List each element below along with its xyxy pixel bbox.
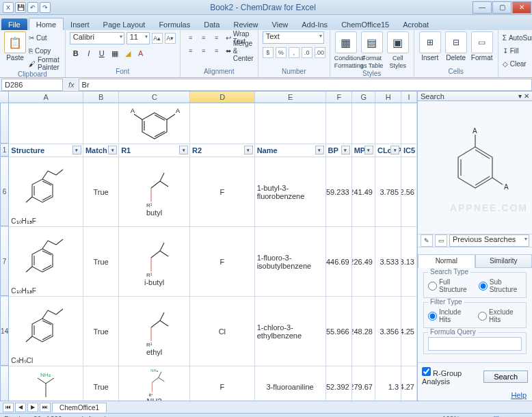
select-all-corner[interactable] <box>0 92 9 103</box>
comma-icon[interactable]: , <box>289 47 300 58</box>
hdr-r1[interactable]: R1▾ <box>119 144 190 157</box>
filter-dropdown-icon[interactable]: ▾ <box>72 146 81 154</box>
tab-addins[interactable]: Add-Ins <box>295 18 334 30</box>
bold-button[interactable]: B <box>70 47 82 59</box>
tab-chemoffice[interactable]: ChemOffice15 <box>334 18 396 30</box>
restore-button[interactable]: ▢ <box>492 1 511 14</box>
col-c[interactable]: C <box>119 92 190 103</box>
format-button[interactable]: ▭Format <box>470 31 494 62</box>
cell-bp[interactable]: 459.233 <box>326 157 352 226</box>
grow-font-icon[interactable]: A▴ <box>152 33 163 44</box>
cell[interactable] <box>9 103 83 144</box>
percent-icon[interactable]: % <box>276 47 287 58</box>
undo-icon[interactable]: ↶ <box>27 2 38 13</box>
formula-query-input[interactable] <box>428 337 522 351</box>
search-button[interactable]: Search <box>483 371 528 383</box>
fx-icon[interactable]: fx <box>64 81 79 89</box>
cell-bp[interactable]: 452.392 <box>326 366 352 401</box>
tab-similarity[interactable]: Similarity <box>475 254 533 268</box>
cell-r1[interactable]: R¹ethyl <box>119 297 190 366</box>
tool-icon[interactable]: ✎ <box>421 234 433 247</box>
radio-full-structure[interactable]: Full Structure <box>428 278 470 293</box>
cell[interactable] <box>352 103 375 144</box>
col-f[interactable]: F <box>326 92 352 103</box>
minimize-button[interactable]: — <box>473 1 492 14</box>
paste-button[interactable]: 📋Paste <box>4 31 26 62</box>
cell-mp[interactable]: 248.28 <box>352 297 375 366</box>
merge-button[interactable]: ⬌Merge & Center <box>226 44 254 57</box>
rgroup-checkbox[interactable]: R-Group Analysis <box>422 367 478 386</box>
sheet-nav-next[interactable]: ▶ <box>27 403 38 412</box>
row-header[interactable] <box>0 366 9 401</box>
tab-normal[interactable]: Normal <box>418 254 475 268</box>
cell-r2[interactable]: Cl <box>190 297 255 366</box>
cell-structure[interactable]: C₁₀H₁₃F <box>9 227 83 296</box>
cell[interactable] <box>83 103 119 144</box>
filter-dropdown-icon[interactable]: ▾ <box>244 146 253 154</box>
cell-r2[interactable]: F <box>190 366 255 401</box>
chevron-down-icon[interactable]: ▾ ✕ <box>518 92 529 100</box>
cond-format-button[interactable]: ▦Conditional Formatting <box>334 31 358 69</box>
redo-icon[interactable]: ↷ <box>40 2 51 13</box>
cell-clogp[interactable]: 3.533 <box>375 227 401 296</box>
filter-dropdown-icon[interactable]: ▾ <box>341 146 350 154</box>
hdr-bp[interactable]: BP▾ <box>326 144 352 157</box>
close-button[interactable]: ✕ <box>512 1 531 14</box>
font-name-select[interactable]: Calibri <box>70 32 124 44</box>
sheet-nav-prev[interactable]: ◀ <box>15 403 26 412</box>
filter-dropdown-icon[interactable]: ▾ <box>315 146 324 154</box>
row-header[interactable]: 14 <box>0 297 9 366</box>
filter-dropdown-icon[interactable]: ▾ <box>390 146 399 154</box>
number-format-select[interactable]: Text <box>263 31 324 44</box>
copy-button[interactable]: ⎘Copy <box>29 44 61 57</box>
clear-button[interactable]: ◇Clear <box>503 57 532 70</box>
cell-bp[interactable]: 446.69 <box>326 227 352 296</box>
delete-button[interactable]: ⊟Delete <box>444 31 468 62</box>
tab-formulas[interactable]: Formulas <box>152 18 197 30</box>
previous-searches-select[interactable]: Previous Searches <box>449 234 529 247</box>
insert-button[interactable]: ⊞Insert <box>418 31 442 62</box>
tab-insert[interactable]: Insert <box>64 18 96 30</box>
filter-dropdown-icon[interactable]: ▾ <box>108 146 117 154</box>
cell-r1[interactable]: R¹i-butyl <box>119 227 190 296</box>
row-header[interactable] <box>0 103 9 144</box>
cell[interactable] <box>255 103 326 144</box>
sheet-tab[interactable]: ChemOffice1 <box>52 403 107 412</box>
formula-input[interactable]: Br <box>79 79 532 91</box>
hdr-name[interactable]: Name▾ <box>255 144 326 157</box>
cell-clogp[interactable]: 3.356 <box>375 297 401 366</box>
hdr-ic[interactable]: IC5 <box>401 144 417 157</box>
tab-view[interactable]: View <box>265 18 295 30</box>
italic-button[interactable]: I <box>83 47 95 59</box>
col-d[interactable]: D <box>190 92 255 103</box>
col-i[interactable]: I <box>401 92 417 103</box>
hdr-r2[interactable]: R2▾ <box>190 144 255 157</box>
cell-mp[interactable]: 226.49 <box>352 227 375 296</box>
radio-exclude-hits[interactable]: Exclude Hits <box>478 308 522 323</box>
cell-bp[interactable]: 455.966 <box>326 297 352 366</box>
cell-name[interactable]: 1-chloro-3-ethylbenzene <box>255 297 326 366</box>
cell-structure[interactable]: C₈H₉Cl <box>9 297 83 366</box>
name-box[interactable]: D286 <box>1 79 63 91</box>
cell-styles-button[interactable]: ▣Cell Styles <box>386 31 410 69</box>
hdr-structure[interactable]: Structure▾ <box>9 144 83 157</box>
tab-file[interactable]: File <box>1 18 27 30</box>
cell-structure[interactable]: NH₂ <box>9 366 83 401</box>
align-buttons[interactable]: ≡≡≡≡≡≡ <box>185 31 223 57</box>
hdr-mp[interactable]: MP▾ <box>352 144 375 157</box>
cell-r1[interactable]: R¹butyl <box>119 157 190 226</box>
border-button[interactable]: ▦ <box>109 47 121 59</box>
dec-dec-icon[interactable]: .00 <box>315 47 325 58</box>
fill-button[interactable]: ↧Fill <box>503 44 532 57</box>
sheet-nav-last[interactable]: ⏭ <box>40 403 51 412</box>
tab-page-layout[interactable]: Page Layout <box>96 18 152 30</box>
cut-button[interactable]: ✂Cut <box>29 31 61 44</box>
filter-dropdown-icon[interactable]: ▾ <box>364 146 373 154</box>
cell-ic[interactable]: 2.56 <box>401 157 417 226</box>
tab-review[interactable]: Review <box>226 18 265 30</box>
tab-data[interactable]: Data <box>197 18 226 30</box>
cell-match[interactable]: True <box>83 157 119 226</box>
tool-icon[interactable]: ▭ <box>435 234 447 247</box>
cell[interactable] <box>190 103 255 144</box>
cell-clogp[interactable]: 3.785 <box>375 157 401 226</box>
